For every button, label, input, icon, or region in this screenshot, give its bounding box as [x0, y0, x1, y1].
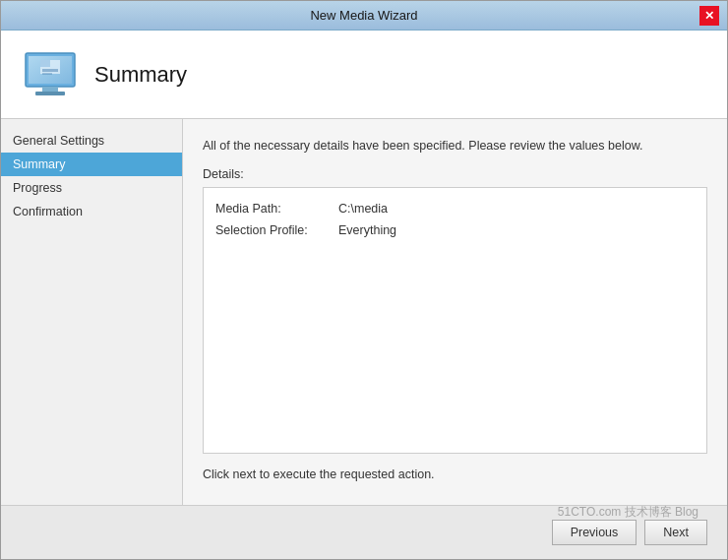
detail-row-selection-profile: Selection Profile: Everything	[215, 219, 695, 242]
detail-key-selection-profile: Selection Profile:	[215, 219, 329, 242]
details-label: Details:	[203, 167, 707, 181]
window-title: New Media Wizard	[29, 8, 699, 23]
watermark: 51CTO.com 技术博客 Blog	[558, 504, 698, 521]
sidebar-item-confirmation[interactable]: Confirmation	[1, 200, 182, 223]
svg-rect-4	[35, 92, 65, 95]
page-title: Summary	[94, 62, 187, 88]
sidebar-item-summary[interactable]: Summary	[1, 153, 182, 176]
close-button[interactable]: ✕	[699, 6, 719, 26]
intro-text: All of the necessary details have been s…	[203, 137, 707, 156]
header-area: Summary	[1, 31, 727, 119]
detail-value-media-path: C:\media	[338, 198, 388, 220]
svg-rect-7	[42, 69, 58, 72]
next-button[interactable]: Next	[644, 520, 707, 545]
content-area: All of the necessary details have been s…	[183, 119, 727, 505]
detail-row-media-path: Media Path: C:\media	[215, 198, 695, 220]
previous-button[interactable]: Previous	[552, 520, 637, 545]
svg-rect-8	[42, 73, 52, 75]
footer-text: Click next to execute the requested acti…	[203, 467, 707, 481]
wizard-window: New Media Wizard ✕	[0, 0, 728, 560]
sidebar-item-general-settings[interactable]: General Settings	[1, 129, 182, 153]
sidebar: General Settings Summary Progress Confir…	[1, 119, 183, 505]
svg-rect-6	[40, 60, 50, 67]
main-content: General Settings Summary Progress Confir…	[1, 119, 727, 505]
computer-icon	[21, 45, 80, 104]
detail-value-selection-profile: Everything	[338, 219, 396, 242]
details-box: Media Path: C:\media Selection Profile: …	[203, 187, 707, 454]
title-bar: New Media Wizard ✕	[1, 1, 727, 31]
detail-key-media-path: Media Path:	[215, 198, 329, 220]
sidebar-item-progress[interactable]: Progress	[1, 176, 182, 200]
